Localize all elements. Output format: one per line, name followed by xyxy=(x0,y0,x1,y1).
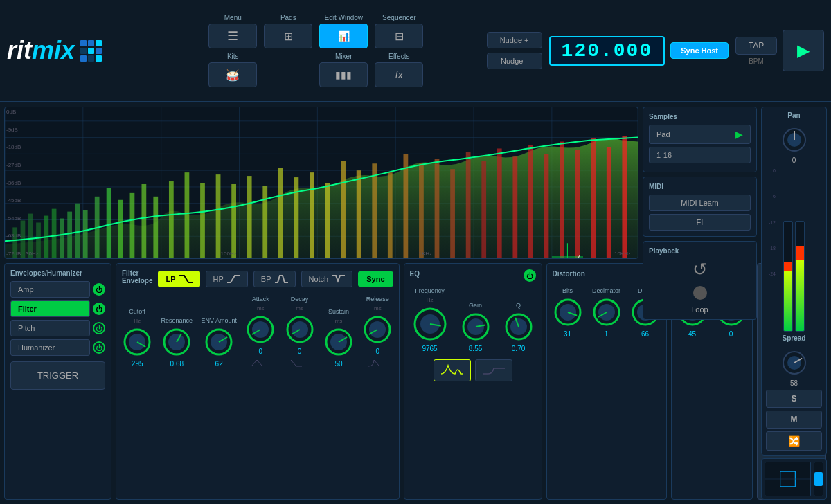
pads-nav-item: Pads ⊞ xyxy=(264,14,312,48)
db-labels-left: 0dB -9dB -18dB -27dB -36dB -45dB -54dB -… xyxy=(6,107,21,258)
eq-section: EQ ⏻ Frequency Hz 9765 xyxy=(404,263,542,500)
decimator-knob[interactable] xyxy=(591,297,622,327)
pads-button[interactable]: ⊞ xyxy=(264,24,312,48)
mute-button[interactable]: M xyxy=(766,411,822,429)
bpm-label: BPM xyxy=(749,57,764,65)
kits-button[interactable]: 🥁 xyxy=(208,62,257,87)
record-button[interactable] xyxy=(693,286,707,300)
svg-rect-41 xyxy=(294,177,299,258)
svg-rect-62 xyxy=(622,136,627,258)
svg-rect-33 xyxy=(169,181,174,258)
menu-nav-item: Menu ☰ xyxy=(208,14,257,48)
waveform-display: 1 2 3 4 xyxy=(4,107,638,259)
vu-right xyxy=(795,221,805,332)
humanizer-button[interactable]: Humanizer xyxy=(10,339,90,356)
samples-title: Samples xyxy=(649,113,751,120)
q-knob-item: Q 0.70 xyxy=(503,302,534,352)
filter-button[interactable]: Filter xyxy=(10,300,90,317)
mixer-nav-item: Mixer ▮▮▮ xyxy=(319,53,368,87)
svg-rect-54 xyxy=(497,148,502,258)
mixer-button[interactable]: ▮▮▮ xyxy=(319,62,368,87)
sync-host-button[interactable]: Sync Host xyxy=(670,42,729,59)
gain-knob-item: Gain 8.55 xyxy=(461,302,491,352)
notch-button[interactable]: Notch xyxy=(301,271,353,287)
pitch-power-icon[interactable]: ⏻ xyxy=(93,322,105,334)
sequencer-button[interactable]: ⊟ xyxy=(375,24,423,48)
attack-knob-item: Attack ms 0 xyxy=(245,296,276,368)
release-knob[interactable] xyxy=(362,314,393,345)
bpm-display[interactable]: 120.000 xyxy=(549,36,665,66)
bits-knob[interactable] xyxy=(553,297,583,327)
eq-power-icon[interactable]: ⏻ xyxy=(524,269,536,282)
svg-rect-48 xyxy=(403,154,408,258)
effects-nav-item: Effects fx xyxy=(375,53,423,87)
svg-rect-47 xyxy=(388,172,393,258)
svg-rect-28 xyxy=(107,188,111,258)
fl-button[interactable]: FI xyxy=(649,214,751,231)
svg-rect-60 xyxy=(591,138,596,258)
svg-rect-58 xyxy=(560,142,564,258)
svg-rect-36 xyxy=(216,174,221,258)
attack-wave-icon xyxy=(250,358,271,368)
resonance-knob[interactable] xyxy=(161,327,192,357)
random-button[interactable]: 🔀 xyxy=(766,431,822,451)
release-wave-icon xyxy=(367,358,388,368)
decay-knob[interactable] xyxy=(285,314,315,345)
sustain-knob-item: Sustain ms 50 xyxy=(323,308,354,368)
svg-rect-40 xyxy=(278,168,283,258)
playback-title: Playback xyxy=(649,247,751,255)
svg-rect-43 xyxy=(325,183,330,258)
svg-rect-59 xyxy=(575,150,580,258)
nudge-plus-button[interactable]: Nudge + xyxy=(487,32,542,48)
frequency-knob[interactable] xyxy=(412,306,448,342)
freq-labels: 30Hz 100Hz 1KHz 10KHz xyxy=(26,251,631,257)
tap-button[interactable]: TAP xyxy=(735,37,777,55)
range-button[interactable]: 1-16 xyxy=(649,147,751,163)
frequency-knob-item: Frequency Hz 9765 xyxy=(412,287,448,352)
midi-learn-button[interactable]: MIDI Learn xyxy=(649,195,751,211)
humanizer-power-icon[interactable]: ⏻ xyxy=(93,341,105,354)
eq-notch-button[interactable] xyxy=(434,359,471,381)
trigger-button[interactable]: TRIGGER xyxy=(10,361,105,390)
pad-button[interactable]: Pad ▶ xyxy=(649,125,751,144)
nudge-minus-button[interactable]: Nudge - xyxy=(487,53,542,69)
svg-rect-31 xyxy=(141,184,146,258)
decay-wave-icon xyxy=(289,358,310,368)
hp-button[interactable]: HP xyxy=(206,271,248,287)
svg-rect-51 xyxy=(450,169,455,258)
amp-button[interactable]: Amp xyxy=(10,281,90,298)
svg-rect-35 xyxy=(200,183,205,258)
decay-knob-item: Decay ms 0 xyxy=(285,296,315,368)
solo-button[interactable]: S xyxy=(766,390,822,408)
env-amount-knob[interactable] xyxy=(204,327,234,357)
effects-button[interactable]: fx xyxy=(375,62,423,87)
svg-rect-57 xyxy=(544,154,549,258)
volume-fader[interactable] xyxy=(814,462,823,496)
filter-power-icon[interactable]: ⏻ xyxy=(93,303,105,315)
play-button[interactable]: ▶ xyxy=(783,30,824,71)
svg-rect-56 xyxy=(528,145,533,259)
q-knob[interactable] xyxy=(503,312,534,342)
bp-button[interactable]: BP xyxy=(253,271,296,287)
svg-rect-46 xyxy=(372,163,377,258)
sync-button[interactable]: Sync xyxy=(358,271,393,287)
samples-section: Samples Pad ▶ 1-16 xyxy=(643,107,757,172)
menu-button[interactable]: ☰ xyxy=(208,24,257,48)
amp-power-icon[interactable]: ⏻ xyxy=(93,283,105,296)
pitch-button[interactable]: Pitch xyxy=(10,320,90,336)
loop-back-icon[interactable]: ↺ xyxy=(692,259,708,280)
pan-knob[interactable] xyxy=(780,126,808,154)
gain-knob[interactable] xyxy=(461,312,491,342)
svg-rect-37 xyxy=(231,184,236,258)
eq-shelf-button[interactable] xyxy=(475,359,512,381)
attack-knob[interactable] xyxy=(245,314,276,345)
cutoff-knob[interactable] xyxy=(122,327,152,357)
playback-section: Playback ↺ Loop xyxy=(643,241,757,320)
edit-window-button[interactable]: 📊 xyxy=(319,24,368,48)
filter-envelope-section: Filter Envelope LP HP BP xyxy=(116,263,400,500)
spread-title: Spread xyxy=(783,334,806,342)
spread-knob[interactable] xyxy=(780,349,808,377)
sustain-knob[interactable] xyxy=(323,327,354,357)
eq-title: EQ xyxy=(410,270,420,278)
lp-button[interactable]: LP xyxy=(158,271,199,287)
